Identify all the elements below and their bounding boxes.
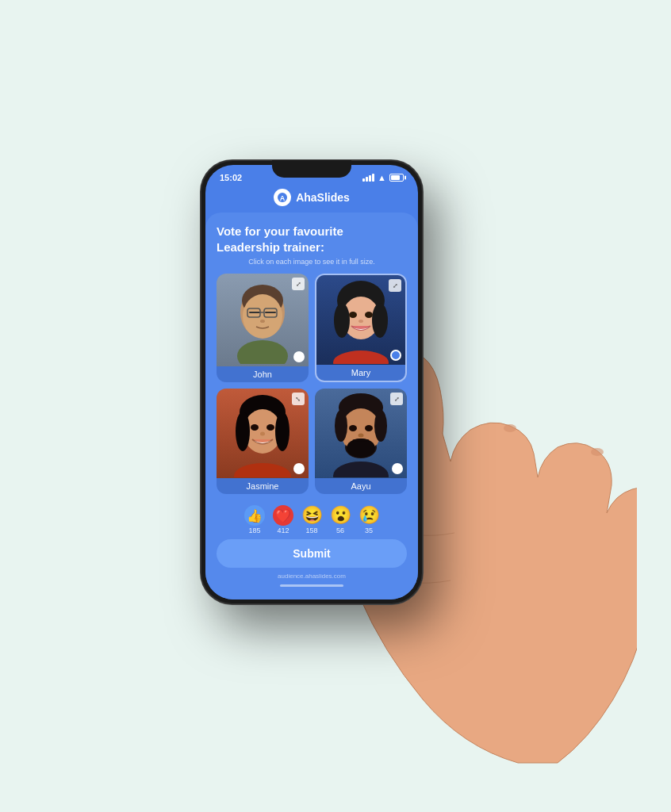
question-title: Vote for your favourite Leadership train… [217,224,407,255]
signal-icon [362,174,374,182]
svg-rect-6 [265,312,276,313]
candidate-card-aayu[interactable]: ⤢ Aayu [315,389,407,494]
sad-count: 35 [365,527,373,534]
radio-jasmine[interactable] [293,463,305,474]
battery-icon [389,174,404,182]
phone: 15:02 ▲ [201,160,423,604]
candidate-name-jasmine: Jasmine [217,478,309,494]
radio-john[interactable] [293,351,305,362]
status-icons: ▲ [362,173,404,182]
phone-screen: 15:02 ▲ [205,165,418,599]
svg-point-19 [359,320,363,323]
expand-icon-mary[interactable]: ⤢ [389,279,401,292]
candidate-img-john: ⤢ [217,274,309,366]
notch [272,160,351,178]
svg-point-23 [275,412,289,451]
svg-point-37 [359,433,364,437]
haha-count: 158 [305,527,317,534]
svg-point-17 [365,312,373,318]
svg-point-15 [372,303,388,338]
svg-point-18 [333,350,389,364]
svg-point-26 [260,431,265,435]
svg-point-38 [333,462,389,477]
like-count: 185 [248,527,260,534]
candidate-card-mary[interactable]: ⤢ Mary [315,274,407,382]
svg-text:A: A [280,194,286,202]
expand-icon-jasmine[interactable]: ⤢ [292,393,305,405]
expand-icon-aayu[interactable]: ⤢ [390,393,403,405]
status-time: 15:02 [220,173,242,182]
candidate-img-mary: ⤢ [316,275,405,365]
wow-count: 56 [336,527,344,534]
svg-point-16 [349,312,357,318]
content-area: Vote for your favourite Leadership train… [205,213,418,599]
scene: 15:02 ▲ [98,49,573,763]
svg-point-27 [234,463,291,477]
like-icon: 👍 [244,505,265,526]
footer-url: audience.ahaslides.com [217,573,407,583]
svg-point-32 [335,410,347,442]
svg-point-35 [365,425,373,431]
svg-point-33 [374,410,387,442]
svg-point-34 [349,425,357,431]
svg-point-40 [504,424,516,432]
candidate-img-aayu: ⤢ [315,389,407,478]
svg-point-14 [334,303,350,338]
app-name: AhaSlides [296,191,350,204]
candidate-name-john: John [217,366,309,382]
candidate-name-aayu: Aayu [315,478,407,494]
svg-point-22 [236,412,250,451]
svg-point-24 [251,424,259,431]
phone-outer: 15:02 ▲ [201,160,423,604]
reaction-wow[interactable]: 😮 56 [330,505,351,534]
love-icon: ❤️ [273,505,293,526]
love-count: 412 [277,527,289,534]
svg-point-36 [347,439,375,458]
app-logo: A [274,189,291,206]
reaction-haha[interactable]: 😆 158 [301,505,322,534]
wow-icon: 😮 [330,505,351,526]
candidate-grid: ⤢ John [217,274,407,494]
expand-icon-john[interactable]: ⤢ [292,278,305,290]
reactions-bar: 👍 185 ❤️ 412 😆 158 😮 [217,500,407,539]
submit-button[interactable]: Submit [217,539,407,568]
haha-icon: 😆 [301,505,322,526]
sad-icon: 😢 [359,505,379,526]
app-header: A AhaSlides [205,186,418,213]
reaction-sad[interactable]: 😢 35 [359,505,379,534]
svg-rect-5 [249,312,260,313]
svg-point-41 [591,448,604,456]
svg-point-25 [266,424,274,431]
candidate-img-jasmine: ⤢ [217,389,309,478]
candidate-name-mary: Mary [316,365,405,381]
question-subtitle: Click on each image to see it in full si… [217,258,407,266]
radio-aayu[interactable] [392,463,403,474]
radio-mary[interactable] [390,350,401,361]
wifi-icon: ▲ [378,173,386,182]
svg-point-11 [237,340,288,364]
home-indicator [280,584,343,587]
candidate-card-john[interactable]: ⤢ John [217,274,309,382]
svg-point-10 [260,320,265,323]
reaction-like[interactable]: 👍 185 [244,505,265,534]
candidate-card-jasmine[interactable]: ⤢ Jasmine [217,389,309,494]
reaction-love[interactable]: ❤️ 412 [273,505,293,534]
